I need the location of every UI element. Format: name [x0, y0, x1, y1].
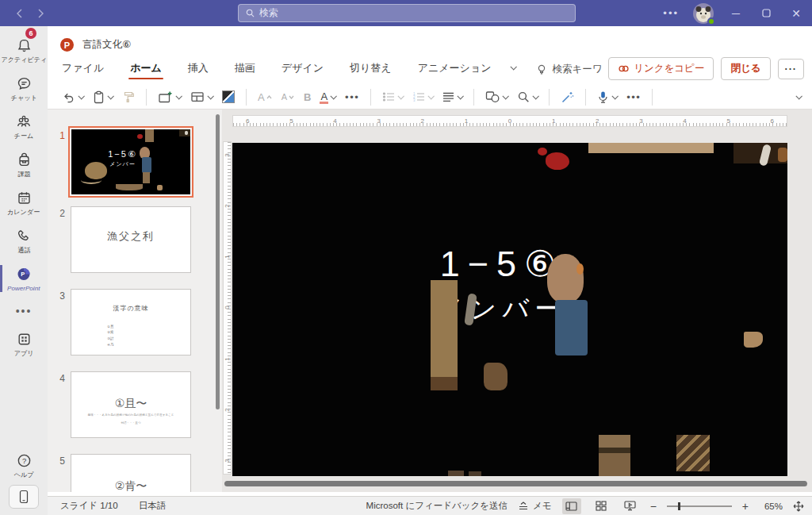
tab-design[interactable]: デザイン: [282, 54, 324, 84]
slide-thumbnail-5[interactable]: ②肯〜 意味・・・よいと認めること: [71, 454, 191, 492]
svg-text:P: P: [21, 271, 25, 278]
tab-draw[interactable]: 描画: [235, 54, 255, 84]
sidebar-item-chat[interactable]: チャット: [0, 70, 48, 108]
magnifier-icon: [517, 90, 530, 103]
copy-link-button[interactable]: リンクをコピー: [608, 57, 714, 80]
designer-button[interactable]: [557, 89, 577, 106]
new-slide-button[interactable]: [155, 89, 184, 106]
file-name: 言語文化⑥: [82, 38, 131, 52]
sidebar-item-help[interactable]: ? ヘルプ: [0, 447, 48, 485]
magic-wand-icon: [561, 90, 574, 104]
workspace: 1 1−5⑥ メンバー: [48, 110, 812, 492]
tab-transitions[interactable]: 切り替え: [350, 54, 392, 84]
thumbnail-scrollbar[interactable]: [216, 114, 220, 409]
image-fragment: [143, 172, 150, 183]
sidebar-item-activity[interactable]: 6 アクティビティ: [0, 26, 48, 70]
font-size-increase-button[interactable]: A: [255, 90, 275, 105]
slide-counter[interactable]: スライド 1/10: [60, 500, 118, 512]
fit-slide-icon: [793, 501, 804, 512]
font-color-button[interactable]: A: [317, 89, 339, 105]
thumbnail-row-3: 3 漢字の意味 ①且 ②肯 ③計 ④乃: [57, 289, 191, 356]
font-size-decrease-button[interactable]: A: [278, 90, 297, 103]
chat-icon: [16, 75, 33, 92]
sidebar-more-icon[interactable]: •••: [16, 297, 33, 325]
background-fill-button[interactable]: [219, 89, 238, 105]
tab-insert[interactable]: 挿入: [188, 54, 209, 84]
zoom-out-button[interactable]: −: [650, 500, 657, 513]
slide-thumbnail-3[interactable]: 漢字の意味 ①且 ②肯 ③計 ④乃: [71, 289, 191, 356]
backpack-icon: [16, 152, 33, 168]
language-indicator[interactable]: 日本語: [139, 500, 167, 512]
sidebar-item-calendar[interactable]: カレンダー: [0, 184, 48, 222]
tab-animations[interactable]: アニメーション: [418, 54, 492, 84]
image-fragment: [555, 300, 588, 356]
slide-number: 5: [57, 455, 65, 467]
undo-button[interactable]: [59, 90, 86, 105]
close-presentation-button[interactable]: 閉じる: [721, 57, 770, 80]
maximize-button[interactable]: [758, 9, 774, 17]
mobile-device-button[interactable]: [9, 485, 39, 509]
bold-button[interactable]: B: [301, 90, 314, 105]
search-placeholder: 検索: [259, 6, 278, 20]
zoom-level[interactable]: 65%: [759, 502, 783, 511]
align-button[interactable]: [439, 90, 465, 104]
close-window-button[interactable]: ✕: [788, 7, 804, 20]
sidebar-item-powerpoint[interactable]: P PowerPoint: [0, 260, 48, 297]
sidebar-item-assignments[interactable]: 課題: [0, 146, 48, 184]
sidebar-item-apps[interactable]: アプリ: [0, 325, 48, 363]
search-input[interactable]: 検索: [238, 4, 576, 22]
image-fragment: [81, 176, 102, 184]
zoom-slider-thumb[interactable]: [678, 502, 681, 510]
tab-file[interactable]: ファイル: [62, 54, 104, 84]
slide-thumbnail-4[interactable]: ①且〜 意味・・・ある行為の状態が他の行為の状態と並んで存在すること 例語・・・…: [71, 371, 191, 438]
zoom-in-button[interactable]: +: [742, 500, 749, 513]
more-tabs-chevron-icon[interactable]: [511, 63, 517, 70]
titlebar-more-icon[interactable]: •••: [663, 7, 679, 19]
back-icon[interactable]: [16, 9, 23, 18]
dictate-button[interactable]: [594, 89, 620, 106]
quick-toolbar: A A B A ••• 123: [48, 85, 812, 110]
bullets-button[interactable]: [379, 90, 406, 104]
sidebar-item-teams[interactable]: チーム: [0, 108, 48, 146]
tab-home[interactable]: ホーム: [130, 54, 162, 84]
minimize-button[interactable]: ─: [728, 7, 744, 20]
feedback-link[interactable]: Microsoft にフィードバックを送信: [366, 500, 508, 512]
image-fragment: [778, 148, 787, 162]
collapse-ribbon-icon[interactable]: [795, 93, 802, 99]
tell-me-search[interactable]: 検索キーワ: [536, 63, 602, 76]
zoom-slider[interactable]: [667, 505, 732, 507]
view-normal-button[interactable]: [562, 498, 581, 514]
slide-editor[interactable]: 1−5⑥ メンバー: [232, 143, 787, 476]
ribbon-more-button[interactable]: ···: [778, 59, 805, 79]
image-fragment: [142, 157, 151, 173]
bullet-list-icon: [382, 91, 395, 102]
image-fragment: [538, 148, 547, 156]
image-fragment: [744, 332, 763, 348]
fit-to-window-button[interactable]: [793, 501, 804, 512]
more-commands-button[interactable]: •••: [623, 91, 644, 103]
sidebar-item-calls[interactable]: 通話: [0, 222, 48, 260]
view-slide-sorter-button[interactable]: [592, 498, 611, 514]
slide-thumbnail-2[interactable]: 漁父之利: [71, 206, 191, 273]
forward-icon[interactable]: [37, 9, 44, 18]
canvas-horizontal-scrollbar[interactable]: [224, 481, 807, 486]
view-slideshow-button[interactable]: [621, 498, 640, 514]
lightbulb-icon: [536, 63, 547, 75]
image-fragment: [431, 377, 458, 390]
more-font-options-button[interactable]: •••: [342, 91, 362, 103]
image-fragment: [448, 471, 464, 476]
slide-number: 2: [57, 208, 65, 219]
notes-button[interactable]: メモ: [518, 500, 552, 512]
format-painter-button[interactable]: [119, 89, 138, 105]
slide-thumbnail-1[interactable]: 1−5⑥ メンバー: [71, 129, 191, 195]
numbering-button[interactable]: 123: [409, 90, 436, 104]
layout-button[interactable]: [187, 89, 216, 105]
shapes-button[interactable]: [482, 89, 511, 105]
teams-window: 検索 ••• ─ ✕ 6 アクティビティ チャット チーム: [0, 0, 812, 515]
find-button[interactable]: [514, 89, 541, 105]
avatar[interactable]: [693, 3, 714, 24]
align-text-icon: [442, 92, 454, 102]
teams-sidebar: 6 アクティビティ チャット チーム 課題 カレンダー 通話 P PowerPo…: [0, 26, 48, 515]
paste-button[interactable]: [90, 89, 116, 106]
slide-title-text[interactable]: 1−5⑥ メンバー: [359, 243, 645, 327]
